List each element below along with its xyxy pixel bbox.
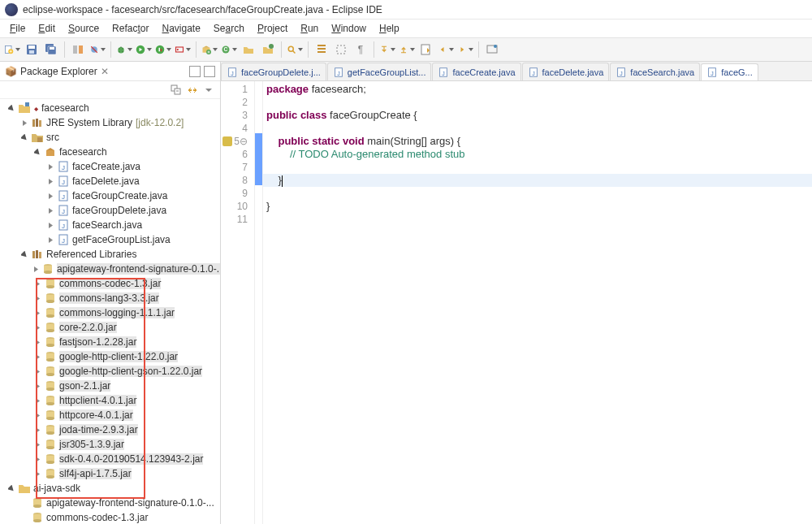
tree-jar[interactable]: apigateway-frontend-signature-0.1.0-...: [0, 262, 220, 276]
menu-project[interactable]: Project: [251, 21, 294, 36]
debug-button[interactable]: [115, 41, 133, 58]
expand-icon[interactable]: [19, 249, 29, 259]
menu-help[interactable]: Help: [373, 21, 406, 36]
tree-java-file[interactable]: JgetFaceGroupList.java: [0, 232, 220, 247]
open-task-button[interactable]: [259, 41, 277, 58]
code-content[interactable]: package facesearch; public class faceGro…: [263, 81, 812, 524]
tree-java-file[interactable]: JfaceCreate.java: [0, 159, 220, 174]
tree-jar[interactable]: slf4j-api-1.7.5.jar: [0, 466, 220, 481]
tree-jar[interactable]: apigateway-frontend-signature-0.1.0-...: [0, 496, 220, 510]
jar-icon: [31, 511, 44, 524]
tree-jar[interactable]: commons-logging-1.1.1.jar: [0, 305, 220, 320]
editor-tab[interactable]: JgetFaceGroupList...: [327, 63, 432, 80]
menu-source[interactable]: Source: [62, 21, 106, 36]
tree-jar[interactable]: gson-2.1.jar: [0, 379, 220, 393]
show-whitespace-button[interactable]: ¶: [352, 41, 369, 58]
open-type-button[interactable]: [240, 41, 257, 58]
collapse-icon[interactable]: [45, 206, 55, 215]
tree-referenced-libraries[interactable]: Referenced Libraries: [0, 247, 220, 262]
collapse-icon[interactable]: [32, 264, 40, 274]
tree-package[interactable]: facesearch: [0, 145, 220, 159]
expand-icon[interactable]: [32, 147, 42, 157]
link-editor-icon[interactable]: [186, 84, 199, 97]
collapse-icon[interactable]: [45, 176, 55, 186]
tree-jar[interactable]: httpcore-4.0.1.jar: [0, 408, 220, 422]
close-view-icon[interactable]: ✕: [101, 66, 109, 77]
editor-tab[interactable]: JfaceSearch.java: [610, 63, 700, 80]
collapse-all-icon[interactable]: [170, 84, 183, 97]
package-explorer-toolbar: [0, 81, 220, 99]
tree-java-file[interactable]: JfaceGroupCreate.java: [0, 188, 220, 203]
jar-icon: [44, 365, 57, 378]
collapse-icon[interactable]: [45, 191, 55, 201]
run-button[interactable]: [135, 41, 153, 58]
menu-run[interactable]: Run: [294, 21, 325, 36]
expand-icon[interactable]: [6, 483, 16, 493]
editor-tab-active[interactable]: JfaceG...: [701, 63, 758, 81]
maximize-view-button[interactable]: [204, 66, 215, 77]
tree-jar[interactable]: sdk-0.4.0-20190514.123943-2.jar: [0, 452, 220, 466]
pin-editor-button[interactable]: [483, 41, 501, 58]
package-explorer-icon: 📦: [5, 66, 17, 77]
annotate-prev-button[interactable]: [398, 41, 416, 58]
menu-edit[interactable]: Edit: [32, 21, 62, 36]
svg-point-78: [46, 388, 54, 391]
tree-java-file[interactable]: JfaceGroupDelete.java: [0, 203, 220, 218]
coverage-button[interactable]: [154, 41, 172, 58]
tree-jar[interactable]: commons-codec-1.3.jar: [0, 276, 220, 291]
toggle-button[interactable]: [69, 41, 87, 58]
editor-tab[interactable]: JfaceCreate.java: [432, 63, 520, 80]
new-button[interactable]: [3, 41, 21, 58]
toggle-mark-button[interactable]: [313, 41, 330, 58]
new-class-button[interactable]: C: [220, 41, 238, 58]
menu-file[interactable]: File: [3, 21, 32, 36]
tree-label: faceSearch.java: [72, 219, 142, 231]
collapse-icon[interactable]: [19, 118, 29, 128]
menu-window[interactable]: Window: [325, 21, 373, 36]
last-edit-button[interactable]: [417, 41, 435, 58]
menu-navigate[interactable]: Navigate: [155, 21, 206, 36]
menu-search[interactable]: Search: [207, 21, 251, 36]
expand-icon[interactable]: [6, 103, 16, 113]
save-all-button[interactable]: [42, 41, 60, 58]
tree-jar[interactable]: google-http-client-gson-1.22.0.jar: [0, 364, 220, 379]
java-file-icon: J: [528, 67, 539, 78]
search-button[interactable]: [286, 41, 304, 58]
tree-java-file[interactable]: JfaceDelete.java: [0, 174, 220, 188]
minimize-view-button[interactable]: [189, 66, 201, 77]
tree-jre[interactable]: JRE System Library [jdk-12.0.2]: [0, 115, 220, 130]
tree-jar[interactable]: google-http-client-1.22.0.jar: [0, 349, 220, 364]
run-external-button[interactable]: [174, 41, 192, 58]
editor-tab[interactable]: JfaceGroupDelete.j...: [221, 63, 326, 80]
tree-project[interactable]: ⬥ facesearch: [0, 101, 220, 115]
view-menu-icon[interactable]: [202, 84, 215, 97]
toggle-block-button[interactable]: [332, 41, 350, 58]
tree-jar[interactable]: core-2.2.0.jar: [0, 320, 220, 335]
new-package-button[interactable]: [201, 41, 218, 58]
menu-refactor[interactable]: Refactor: [106, 21, 155, 36]
back-button[interactable]: [437, 41, 455, 58]
collapse-icon[interactable]: [45, 220, 55, 230]
expand-icon[interactable]: [19, 132, 29, 142]
tree-jar[interactable]: fastjson-1.2.28.jar: [0, 335, 220, 349]
annotate-next-button[interactable]: [378, 41, 396, 58]
svg-text:J: J: [62, 208, 65, 215]
tree-jar[interactable]: commons-lang3-3.3.jar: [0, 291, 220, 305]
collapse-icon[interactable]: [45, 162, 55, 171]
code-editor[interactable]: 1 2 3 4 5⊖ 6 7 8 9 10 11 package facesea…: [221, 81, 812, 524]
tree-sdk-folder[interactable]: ai-java-sdk: [0, 481, 220, 496]
forward-button[interactable]: [456, 41, 474, 58]
tree-jar[interactable]: commons-codec-1.3.jar: [0, 510, 220, 524]
java-file-icon: J: [706, 67, 718, 78]
skip-breakpoints-button[interactable]: [89, 41, 106, 58]
tree-jar[interactable]: httpclient-4.0.1.jar: [0, 393, 220, 408]
tree-java-file[interactable]: JfaceSearch.java: [0, 218, 220, 232]
editor-tab[interactable]: JfaceDelete.java: [522, 63, 610, 80]
tree-jar[interactable]: joda-time-2.9.3.jar: [0, 422, 220, 437]
tree-jar[interactable]: jsr305-1.3.9.jar: [0, 437, 220, 452]
tree-src[interactable]: src: [0, 130, 220, 145]
package-explorer-tree[interactable]: ⬥ facesearch JRE System Library [jdk-12.…: [0, 99, 220, 524]
save-button[interactable]: [23, 41, 41, 58]
svg-text:J: J: [710, 71, 714, 76]
collapse-icon[interactable]: [45, 235, 55, 245]
